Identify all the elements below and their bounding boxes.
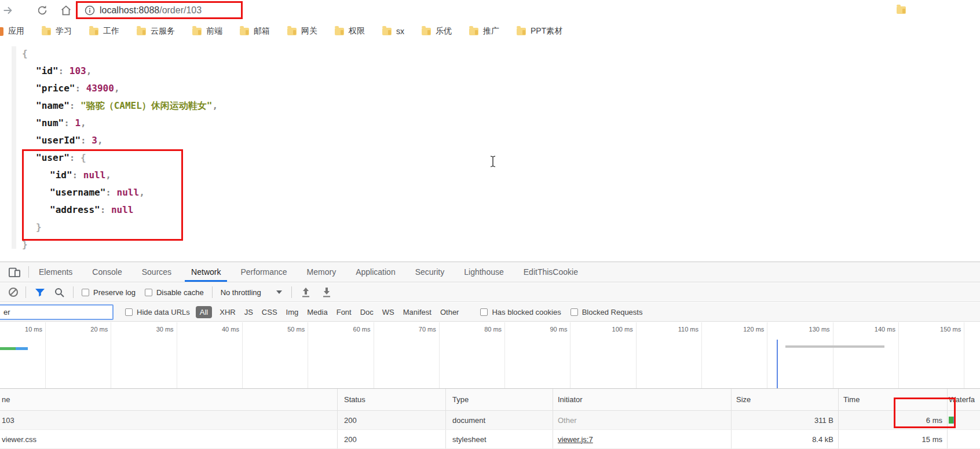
search-icon[interactable] (54, 288, 64, 297)
bookmark-folder[interactable]: 学习 (42, 26, 72, 36)
bookmark-label: sx (396, 27, 404, 36)
chevron-down-icon[interactable] (276, 290, 282, 294)
folder-icon (287, 28, 297, 35)
bookmark-folder[interactable]: PPT素材 (517, 26, 562, 36)
cell-type[interactable]: document (445, 411, 553, 429)
hide-data-urls-checkbox[interactable] (125, 308, 133, 316)
filter-type-doc[interactable]: Doc (360, 308, 374, 316)
filter-type-other[interactable]: Other (440, 308, 459, 316)
bookmark-folder[interactable]: 乐优 (422, 26, 452, 36)
cell-size[interactable]: 311 B (731, 411, 838, 429)
tab-elements[interactable]: Elements (29, 262, 82, 282)
json-token-punct: , (114, 83, 120, 94)
initiator-link[interactable]: viewer.js:7 (558, 435, 593, 444)
column-header-initiator[interactable]: Initiator (553, 389, 731, 410)
filter-type-img[interactable]: Img (286, 308, 299, 316)
tab-network[interactable]: Network (181, 262, 231, 282)
cell-name[interactable]: 103 (0, 411, 337, 429)
filter-type-font[interactable]: Font (337, 308, 352, 316)
filter-type-all[interactable]: All (196, 306, 212, 318)
json-line: "userId": 3, (0, 132, 218, 149)
tab-memory[interactable]: Memory (297, 262, 346, 282)
bookmarks-bar: 应用学习工作云服务前端邮箱网关权限sx乐优推广PPT素材 (0, 21, 980, 42)
bookmark-favicon-partial[interactable] (0, 27, 3, 36)
cell-name[interactable]: viewer.css (0, 430, 337, 448)
has-blocked-cookies-label[interactable]: Has blocked cookies (492, 308, 561, 316)
preserve-log-label[interactable]: Preserve log (93, 288, 136, 297)
tab-sources[interactable]: Sources (132, 262, 181, 282)
filter-type-media[interactable]: Media (307, 308, 327, 316)
throttling-select[interactable]: No throttling (221, 288, 261, 297)
folder-icon (42, 28, 51, 35)
bookmark-folder[interactable]: 邮箱 (240, 26, 270, 36)
filter-type-ws[interactable]: WS (382, 308, 394, 316)
cell-type[interactable]: stylesheet (445, 430, 553, 448)
timeline-tick-label: 40 ms (175, 326, 239, 333)
table-row[interactable]: viewer.css200stylesheetviewer.js:78.4 kB… (0, 430, 980, 449)
cell-status[interactable]: 200 (337, 411, 445, 429)
tab-lighthouse[interactable]: Lighthouse (454, 262, 514, 282)
home-icon[interactable] (60, 4, 72, 17)
column-header-ne[interactable]: ne (0, 389, 337, 410)
tab-security[interactable]: Security (405, 262, 455, 282)
forward-icon[interactable] (1, 4, 14, 17)
devtools-panel: ElementsConsoleSourcesNetworkPerformance… (0, 262, 980, 449)
column-header-type[interactable]: Type (445, 389, 553, 410)
url-text[interactable]: localhost:8088/order/103 (100, 5, 202, 16)
table-row[interactable]: 103200documentOther311 B6 ms (0, 411, 980, 430)
bookmark-folder[interactable]: 工作 (89, 26, 119, 36)
disable-cache-label[interactable]: Disable cache (156, 288, 204, 297)
bookmark-folder[interactable]: 推广 (469, 26, 499, 36)
info-icon[interactable] (85, 5, 95, 16)
tab-console[interactable]: Console (82, 262, 131, 282)
tab-application[interactable]: Application (346, 262, 405, 282)
json-token-num: 43900 (86, 83, 114, 94)
cell-initiator[interactable]: Other (553, 411, 731, 429)
column-header-size[interactable]: Size (731, 389, 838, 410)
json-token-num: 103 (70, 65, 86, 76)
bookmark-folder-partial[interactable] (897, 6, 910, 14)
cell-waterfall[interactable] (947, 430, 980, 448)
has-blocked-cookies-checkbox[interactable] (480, 308, 488, 316)
bookmark-folder[interactable]: 权限 (335, 26, 365, 36)
export-har-icon[interactable] (322, 287, 331, 297)
tab-editthiscookie[interactable]: EditThisCookie (514, 262, 588, 282)
json-token-punct: : (70, 100, 81, 111)
import-har-icon[interactable] (301, 287, 310, 297)
column-header-status[interactable]: Status (337, 389, 445, 410)
cell-time[interactable]: 15 ms (838, 430, 947, 448)
bookmark-label: 邮箱 (254, 26, 270, 36)
json-line: { (0, 45, 218, 62)
blocked-requests-checkbox[interactable] (571, 308, 578, 316)
preserve-log-checkbox[interactable] (82, 289, 89, 296)
blocked-requests-label[interactable]: Blocked Requests (582, 308, 643, 316)
cell-status[interactable]: 200 (337, 430, 445, 448)
filter-type-css[interactable]: CSS (262, 308, 277, 316)
json-token-punct: , (97, 135, 103, 146)
bookmark-label: 网关 (301, 26, 317, 36)
filter-type-xhr[interactable]: XHR (220, 308, 235, 316)
cell-size[interactable]: 8.4 kB (731, 430, 838, 448)
bookmark-folder[interactable]: 网关 (287, 26, 317, 36)
json-token-key: "userId" (36, 135, 81, 146)
filter-type-manifest[interactable]: Manifest (403, 308, 432, 316)
bookmark-folder[interactable]: 前端 (192, 26, 222, 36)
bookmark-folder[interactable]: 应用 (8, 26, 24, 36)
device-toolbar-icon[interactable] (8, 266, 21, 278)
divider (25, 286, 26, 298)
bookmark-folder[interactable]: sx (382, 27, 404, 36)
filter-funnel-icon[interactable] (35, 288, 45, 297)
cell-initiator[interactable]: viewer.js:7 (553, 430, 731, 448)
bookmark-folder[interactable]: 云服务 (137, 26, 175, 36)
tab-performance[interactable]: Performance (231, 262, 297, 282)
network-overview-timeline[interactable]: 10 ms20 ms30 ms40 ms50 ms60 ms70 ms80 ms… (0, 322, 980, 389)
filter-type-js[interactable]: JS (244, 308, 253, 316)
clear-icon[interactable] (9, 288, 18, 297)
disable-cache-checkbox[interactable] (145, 289, 152, 296)
reload-icon[interactable] (36, 4, 49, 17)
browser-navbar: localhost:8088/order/103 (0, 0, 980, 21)
filter-input[interactable] (0, 304, 114, 320)
url-bar[interactable]: localhost:8088/order/103 (76, 1, 243, 19)
timeline-tick-label: 50 ms (241, 326, 305, 333)
hide-data-urls-label[interactable]: Hide data URLs (137, 308, 190, 316)
